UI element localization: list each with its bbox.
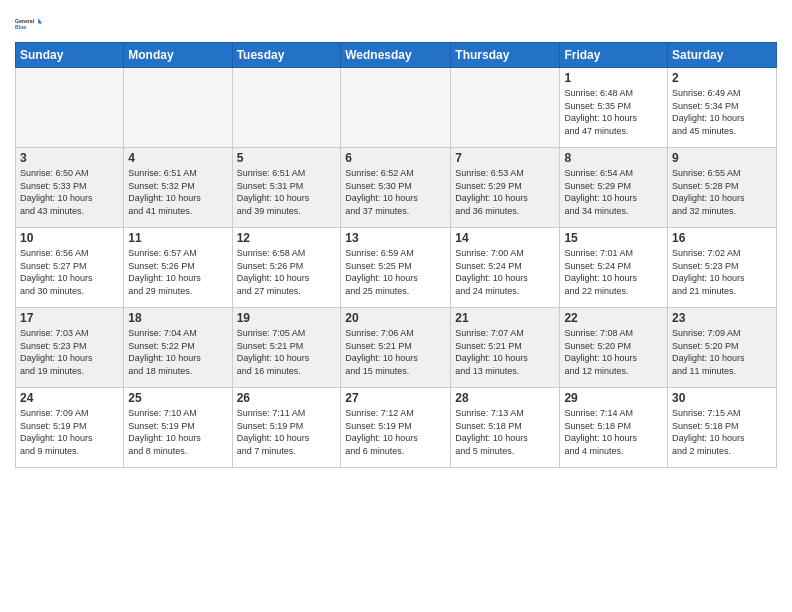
day-cell: 22Sunrise: 7:08 AM Sunset: 5:20 PM Dayli… xyxy=(560,308,668,388)
day-number: 2 xyxy=(672,71,772,85)
day-info: Sunrise: 6:56 AM Sunset: 5:27 PM Dayligh… xyxy=(20,247,119,297)
day-number: 10 xyxy=(20,231,119,245)
week-row-2: 10Sunrise: 6:56 AM Sunset: 5:27 PM Dayli… xyxy=(16,228,777,308)
day-number: 5 xyxy=(237,151,337,165)
day-number: 14 xyxy=(455,231,555,245)
day-info: Sunrise: 7:03 AM Sunset: 5:23 PM Dayligh… xyxy=(20,327,119,377)
day-cell xyxy=(232,68,341,148)
day-info: Sunrise: 7:09 AM Sunset: 5:20 PM Dayligh… xyxy=(672,327,772,377)
day-cell: 9Sunrise: 6:55 AM Sunset: 5:28 PM Daylig… xyxy=(668,148,777,228)
day-cell: 7Sunrise: 6:53 AM Sunset: 5:29 PM Daylig… xyxy=(451,148,560,228)
day-number: 25 xyxy=(128,391,227,405)
day-cell: 15Sunrise: 7:01 AM Sunset: 5:24 PM Dayli… xyxy=(560,228,668,308)
day-info: Sunrise: 7:14 AM Sunset: 5:18 PM Dayligh… xyxy=(564,407,663,457)
week-row-3: 17Sunrise: 7:03 AM Sunset: 5:23 PM Dayli… xyxy=(16,308,777,388)
day-cell: 8Sunrise: 6:54 AM Sunset: 5:29 PM Daylig… xyxy=(560,148,668,228)
day-number: 17 xyxy=(20,311,119,325)
calendar-table: SundayMondayTuesdayWednesdayThursdayFrid… xyxy=(15,42,777,468)
day-cell: 20Sunrise: 7:06 AM Sunset: 5:21 PM Dayli… xyxy=(341,308,451,388)
day-cell xyxy=(124,68,232,148)
header-cell-sunday: Sunday xyxy=(16,43,124,68)
day-cell: 24Sunrise: 7:09 AM Sunset: 5:19 PM Dayli… xyxy=(16,388,124,468)
day-number: 19 xyxy=(237,311,337,325)
day-number: 30 xyxy=(672,391,772,405)
day-cell: 11Sunrise: 6:57 AM Sunset: 5:26 PM Dayli… xyxy=(124,228,232,308)
day-info: Sunrise: 6:54 AM Sunset: 5:29 PM Dayligh… xyxy=(564,167,663,217)
day-number: 29 xyxy=(564,391,663,405)
day-number: 13 xyxy=(345,231,446,245)
day-info: Sunrise: 6:58 AM Sunset: 5:26 PM Dayligh… xyxy=(237,247,337,297)
day-info: Sunrise: 7:10 AM Sunset: 5:19 PM Dayligh… xyxy=(128,407,227,457)
week-row-4: 24Sunrise: 7:09 AM Sunset: 5:19 PM Dayli… xyxy=(16,388,777,468)
logo-icon: GeneralBlue xyxy=(15,10,43,38)
day-cell xyxy=(341,68,451,148)
day-info: Sunrise: 6:55 AM Sunset: 5:28 PM Dayligh… xyxy=(672,167,772,217)
week-row-1: 3Sunrise: 6:50 AM Sunset: 5:33 PM Daylig… xyxy=(16,148,777,228)
day-number: 16 xyxy=(672,231,772,245)
day-info: Sunrise: 6:51 AM Sunset: 5:31 PM Dayligh… xyxy=(237,167,337,217)
day-number: 11 xyxy=(128,231,227,245)
day-cell: 27Sunrise: 7:12 AM Sunset: 5:19 PM Dayli… xyxy=(341,388,451,468)
day-info: Sunrise: 6:50 AM Sunset: 5:33 PM Dayligh… xyxy=(20,167,119,217)
day-number: 1 xyxy=(564,71,663,85)
day-cell xyxy=(16,68,124,148)
day-cell: 30Sunrise: 7:15 AM Sunset: 5:18 PM Dayli… xyxy=(668,388,777,468)
day-cell: 5Sunrise: 6:51 AM Sunset: 5:31 PM Daylig… xyxy=(232,148,341,228)
day-cell: 14Sunrise: 7:00 AM Sunset: 5:24 PM Dayli… xyxy=(451,228,560,308)
day-number: 20 xyxy=(345,311,446,325)
day-info: Sunrise: 7:06 AM Sunset: 5:21 PM Dayligh… xyxy=(345,327,446,377)
header: GeneralBlue xyxy=(15,10,777,38)
day-info: Sunrise: 7:15 AM Sunset: 5:18 PM Dayligh… xyxy=(672,407,772,457)
day-number: 26 xyxy=(237,391,337,405)
day-info: Sunrise: 7:12 AM Sunset: 5:19 PM Dayligh… xyxy=(345,407,446,457)
header-cell-wednesday: Wednesday xyxy=(341,43,451,68)
header-row: SundayMondayTuesdayWednesdayThursdayFrid… xyxy=(16,43,777,68)
day-cell: 1Sunrise: 6:48 AM Sunset: 5:35 PM Daylig… xyxy=(560,68,668,148)
day-info: Sunrise: 7:02 AM Sunset: 5:23 PM Dayligh… xyxy=(672,247,772,297)
logo: GeneralBlue xyxy=(15,10,43,38)
day-info: Sunrise: 7:13 AM Sunset: 5:18 PM Dayligh… xyxy=(455,407,555,457)
day-number: 4 xyxy=(128,151,227,165)
day-number: 9 xyxy=(672,151,772,165)
day-info: Sunrise: 6:51 AM Sunset: 5:32 PM Dayligh… xyxy=(128,167,227,217)
day-info: Sunrise: 7:05 AM Sunset: 5:21 PM Dayligh… xyxy=(237,327,337,377)
day-info: Sunrise: 6:59 AM Sunset: 5:25 PM Dayligh… xyxy=(345,247,446,297)
day-number: 8 xyxy=(564,151,663,165)
day-info: Sunrise: 7:01 AM Sunset: 5:24 PM Dayligh… xyxy=(564,247,663,297)
day-cell: 17Sunrise: 7:03 AM Sunset: 5:23 PM Dayli… xyxy=(16,308,124,388)
svg-text:Blue: Blue xyxy=(15,24,26,30)
day-cell: 19Sunrise: 7:05 AM Sunset: 5:21 PM Dayli… xyxy=(232,308,341,388)
day-cell: 10Sunrise: 6:56 AM Sunset: 5:27 PM Dayli… xyxy=(16,228,124,308)
day-number: 3 xyxy=(20,151,119,165)
day-cell: 28Sunrise: 7:13 AM Sunset: 5:18 PM Dayli… xyxy=(451,388,560,468)
header-cell-thursday: Thursday xyxy=(451,43,560,68)
week-row-0: 1Sunrise: 6:48 AM Sunset: 5:35 PM Daylig… xyxy=(16,68,777,148)
day-info: Sunrise: 6:48 AM Sunset: 5:35 PM Dayligh… xyxy=(564,87,663,137)
day-info: Sunrise: 7:04 AM Sunset: 5:22 PM Dayligh… xyxy=(128,327,227,377)
day-cell: 4Sunrise: 6:51 AM Sunset: 5:32 PM Daylig… xyxy=(124,148,232,228)
day-cell: 6Sunrise: 6:52 AM Sunset: 5:30 PM Daylig… xyxy=(341,148,451,228)
day-number: 6 xyxy=(345,151,446,165)
day-info: Sunrise: 7:07 AM Sunset: 5:21 PM Dayligh… xyxy=(455,327,555,377)
day-cell: 13Sunrise: 6:59 AM Sunset: 5:25 PM Dayli… xyxy=(341,228,451,308)
day-number: 27 xyxy=(345,391,446,405)
day-info: Sunrise: 7:00 AM Sunset: 5:24 PM Dayligh… xyxy=(455,247,555,297)
day-number: 21 xyxy=(455,311,555,325)
day-info: Sunrise: 6:52 AM Sunset: 5:30 PM Dayligh… xyxy=(345,167,446,217)
day-cell: 29Sunrise: 7:14 AM Sunset: 5:18 PM Dayli… xyxy=(560,388,668,468)
page: GeneralBlue SundayMondayTuesdayWednesday… xyxy=(0,0,792,478)
day-info: Sunrise: 7:11 AM Sunset: 5:19 PM Dayligh… xyxy=(237,407,337,457)
day-number: 18 xyxy=(128,311,227,325)
day-cell: 23Sunrise: 7:09 AM Sunset: 5:20 PM Dayli… xyxy=(668,308,777,388)
day-number: 24 xyxy=(20,391,119,405)
day-info: Sunrise: 6:57 AM Sunset: 5:26 PM Dayligh… xyxy=(128,247,227,297)
day-cell: 26Sunrise: 7:11 AM Sunset: 5:19 PM Dayli… xyxy=(232,388,341,468)
day-number: 22 xyxy=(564,311,663,325)
day-cell: 18Sunrise: 7:04 AM Sunset: 5:22 PM Dayli… xyxy=(124,308,232,388)
svg-text:General: General xyxy=(15,18,35,24)
day-cell: 12Sunrise: 6:58 AM Sunset: 5:26 PM Dayli… xyxy=(232,228,341,308)
day-number: 12 xyxy=(237,231,337,245)
day-info: Sunrise: 6:49 AM Sunset: 5:34 PM Dayligh… xyxy=(672,87,772,137)
day-info: Sunrise: 7:09 AM Sunset: 5:19 PM Dayligh… xyxy=(20,407,119,457)
day-number: 23 xyxy=(672,311,772,325)
